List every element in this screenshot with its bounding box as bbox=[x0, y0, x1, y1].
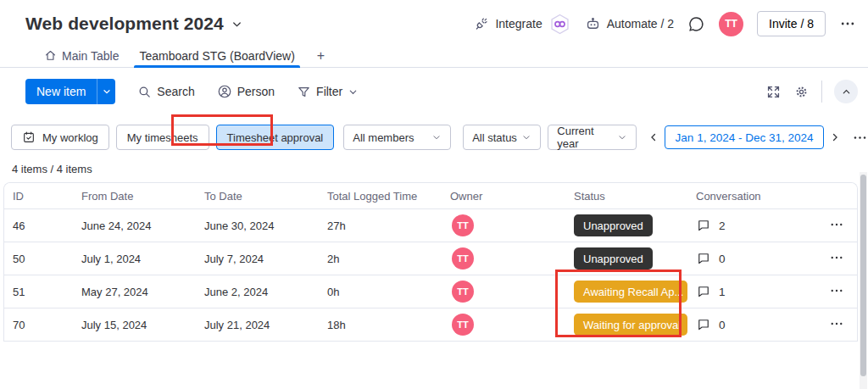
conversation-button[interactable]: 1 bbox=[696, 284, 812, 299]
new-item-button[interactable]: New item bbox=[25, 79, 115, 104]
header-menu-button[interactable] bbox=[839, 15, 856, 32]
cell-owner: TT bbox=[450, 247, 574, 270]
filter-row: My worklog My timesheets Timesheet appro… bbox=[0, 125, 868, 150]
filter-icon bbox=[297, 85, 311, 99]
owner-avatar[interactable]: TT bbox=[452, 214, 474, 236]
app-header: Web development 2024 Integrate bbox=[0, 0, 868, 39]
status-badge[interactable]: Unapproved bbox=[574, 247, 653, 270]
row-menu-button[interactable] bbox=[829, 316, 849, 334]
discussion-icon[interactable] bbox=[687, 15, 705, 33]
my-worklog-button[interactable]: My worklog bbox=[11, 125, 109, 150]
cell-status: Waiting for approval bbox=[574, 314, 696, 336]
cell-conversation: 0 bbox=[696, 251, 817, 266]
filter-row-menu-button[interactable] bbox=[852, 130, 868, 146]
cell-to-date[interactable]: July 7, 2024 bbox=[204, 253, 327, 265]
integrate-button[interactable]: Integrate bbox=[474, 13, 570, 36]
status-dropdown[interactable]: All status bbox=[463, 125, 541, 150]
table-body: 46 June 24, 2024 June 30, 2024 27h TT Un… bbox=[4, 209, 857, 342]
cell-logged-time: 2h bbox=[327, 253, 450, 265]
cell-from-date[interactable]: June 24, 2024 bbox=[81, 220, 204, 232]
conversation-button[interactable]: 0 bbox=[696, 317, 812, 332]
chevron-down-icon bbox=[521, 132, 531, 142]
plug-icon bbox=[474, 16, 489, 31]
next-period-button[interactable] bbox=[826, 126, 843, 148]
gear-icon[interactable] bbox=[793, 84, 810, 100]
chevron-down-icon bbox=[431, 132, 442, 142]
chevron-down-icon[interactable] bbox=[348, 86, 359, 97]
table-row[interactable]: 46 June 24, 2024 June 30, 2024 27h TT Un… bbox=[4, 209, 857, 242]
cell-conversation: 0 bbox=[696, 317, 817, 332]
cell-to-date[interactable]: June 30, 2024 bbox=[204, 220, 327, 232]
cell-owner: TT bbox=[450, 214, 574, 236]
expand-icon[interactable] bbox=[765, 84, 782, 100]
status-badge[interactable]: Waiting for approval bbox=[574, 314, 687, 336]
cell-logged-time: 0h bbox=[327, 286, 450, 298]
members-dropdown[interactable]: All members bbox=[343, 125, 451, 150]
my-timesheets-button[interactable]: My timesheets bbox=[116, 125, 209, 150]
conversation-button[interactable]: 0 bbox=[696, 251, 812, 266]
row-menu-button[interactable] bbox=[829, 217, 849, 235]
cell-from-date[interactable]: July 15, 2024 bbox=[81, 319, 204, 331]
owner-avatar[interactable]: TT bbox=[452, 247, 474, 270]
cell-to-date[interactable]: June 2, 2024 bbox=[204, 286, 327, 298]
tab-main-table-label: Main Table bbox=[62, 49, 119, 63]
new-item-label[interactable]: New item bbox=[25, 79, 97, 104]
conversation-count: 0 bbox=[719, 253, 726, 265]
owner-avatar[interactable]: TT bbox=[452, 281, 474, 303]
column-header-status[interactable]: Status bbox=[574, 190, 696, 203]
period-dropdown[interactable]: Current year bbox=[548, 125, 637, 150]
timesheet-approval-button[interactable]: Timesheet approval bbox=[216, 125, 335, 150]
person-button[interactable]: Person bbox=[217, 84, 275, 99]
person-label: Person bbox=[237, 85, 275, 98]
status-badge[interactable]: Unapproved bbox=[574, 214, 653, 236]
cell-id: 51 bbox=[13, 286, 81, 298]
invite-button[interactable]: Invite / 8 bbox=[757, 11, 826, 36]
conversation-button[interactable]: 2 bbox=[696, 218, 812, 233]
automate-button[interactable]: Automate / 2 bbox=[585, 16, 674, 32]
table-row[interactable]: 70 July 15, 2024 July 21, 2024 18h TT Wa… bbox=[4, 308, 857, 342]
tab-main-table[interactable]: Main Table bbox=[34, 44, 129, 67]
cell-from-date[interactable]: May 27, 2024 bbox=[81, 286, 204, 298]
date-range-button[interactable]: Jan 1, 2024 - Dec 31, 2024 bbox=[665, 125, 825, 149]
add-view-button[interactable]: + bbox=[305, 44, 337, 67]
collapse-button[interactable] bbox=[834, 80, 858, 103]
automate-label: Automate / 2 bbox=[607, 17, 674, 31]
items-count: 4 items / 4 items bbox=[12, 163, 868, 175]
avatar[interactable]: TT bbox=[719, 12, 743, 36]
cell-conversation: 2 bbox=[696, 218, 817, 233]
cell-logged-time: 18h bbox=[327, 319, 450, 331]
board-title-wrap[interactable]: Web development 2024 bbox=[25, 14, 243, 34]
prev-period-button[interactable] bbox=[645, 126, 663, 148]
search-icon bbox=[137, 85, 152, 99]
search-label: Search bbox=[157, 85, 194, 98]
tab-teamboard-boardview[interactable]: Teamboard STG (BoardView) bbox=[129, 44, 304, 67]
new-item-dropdown[interactable] bbox=[97, 79, 115, 104]
scrollbar-thumb[interactable] bbox=[860, 175, 866, 376]
speech-bubble-icon bbox=[696, 284, 711, 299]
status-badge[interactable]: Awaiting Recall Ap... bbox=[574, 281, 687, 303]
owner-avatar[interactable]: TT bbox=[452, 314, 474, 336]
chevron-down-icon bbox=[617, 132, 627, 142]
table-row[interactable]: 51 May 27, 2024 June 2, 2024 0h TT Await… bbox=[4, 275, 857, 308]
home-icon bbox=[44, 49, 57, 62]
column-header-conversation[interactable]: Conversation bbox=[696, 190, 817, 203]
filter-button[interactable]: Filter bbox=[297, 85, 359, 99]
cell-conversation: 1 bbox=[696, 284, 817, 299]
column-header-total-logged-time[interactable]: Total Logged Time bbox=[327, 190, 450, 203]
cell-id: 70 bbox=[13, 319, 81, 331]
table-row[interactable]: 50 July 1, 2024 July 7, 2024 2h TT Unapp… bbox=[4, 242, 857, 275]
search-button[interactable]: Search bbox=[137, 85, 194, 99]
cell-status: Unapproved bbox=[574, 247, 696, 270]
integration-recipes-badge[interactable] bbox=[548, 13, 571, 36]
cell-from-date[interactable]: July 1, 2024 bbox=[81, 253, 204, 265]
row-menu-button[interactable] bbox=[829, 283, 849, 301]
cell-to-date[interactable]: July 21, 2024 bbox=[204, 319, 327, 331]
column-header-from-date[interactable]: From Date bbox=[81, 190, 204, 203]
column-header-id[interactable]: ID bbox=[13, 190, 81, 203]
toolbar-divider bbox=[821, 81, 822, 103]
column-header-owner[interactable]: Owner bbox=[450, 190, 574, 203]
column-header-to-date[interactable]: To Date bbox=[204, 190, 327, 203]
chevron-down-icon[interactable] bbox=[231, 18, 243, 31]
speech-bubble-icon bbox=[696, 317, 711, 332]
row-menu-button[interactable] bbox=[829, 250, 849, 268]
